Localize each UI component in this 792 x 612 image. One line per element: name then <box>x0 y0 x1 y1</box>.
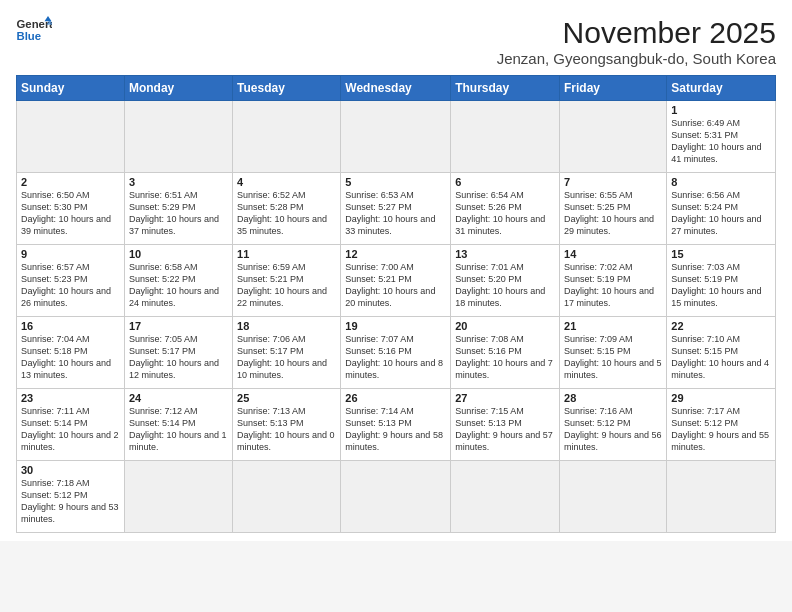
day-info: Sunrise: 7:12 AMSunset: 5:14 PMDaylight:… <box>129 406 227 452</box>
day-info: Sunrise: 6:53 AMSunset: 5:27 PMDaylight:… <box>345 190 435 236</box>
day-cell-29: 29Sunrise: 7:17 AMSunset: 5:12 PMDayligh… <box>667 389 776 461</box>
day-info: Sunrise: 7:15 AMSunset: 5:13 PMDaylight:… <box>455 406 553 452</box>
day-cell-15: 15Sunrise: 7:03 AMSunset: 5:19 PMDayligh… <box>667 245 776 317</box>
day-number: 23 <box>21 392 120 404</box>
day-number: 19 <box>345 320 446 332</box>
logo: General Blue <box>16 16 52 44</box>
day-cell-23: 23Sunrise: 7:11 AMSunset: 5:14 PMDayligh… <box>17 389 125 461</box>
week-row-1: 1Sunrise: 6:49 AMSunset: 5:31 PMDaylight… <box>17 101 776 173</box>
day-info: Sunrise: 7:07 AMSunset: 5:16 PMDaylight:… <box>345 334 443 380</box>
empty-cell <box>124 101 232 173</box>
day-info: Sunrise: 7:09 AMSunset: 5:15 PMDaylight:… <box>564 334 662 380</box>
week-row-2: 2Sunrise: 6:50 AMSunset: 5:30 PMDaylight… <box>17 173 776 245</box>
day-info: Sunrise: 6:51 AMSunset: 5:29 PMDaylight:… <box>129 190 219 236</box>
day-number: 30 <box>21 464 120 476</box>
day-cell-17: 17Sunrise: 7:05 AMSunset: 5:17 PMDayligh… <box>124 317 232 389</box>
empty-cell <box>341 101 451 173</box>
day-cell-20: 20Sunrise: 7:08 AMSunset: 5:16 PMDayligh… <box>451 317 560 389</box>
day-number: 11 <box>237 248 336 260</box>
header-tuesday: Tuesday <box>233 76 341 101</box>
day-info: Sunrise: 7:06 AMSunset: 5:17 PMDaylight:… <box>237 334 327 380</box>
day-number: 6 <box>455 176 555 188</box>
week-row-6: 30Sunrise: 7:18 AMSunset: 5:12 PMDayligh… <box>17 461 776 533</box>
day-number: 24 <box>129 392 228 404</box>
day-number: 9 <box>21 248 120 260</box>
day-info: Sunrise: 7:18 AMSunset: 5:12 PMDaylight:… <box>21 478 119 524</box>
day-number: 1 <box>671 104 771 116</box>
day-number: 26 <box>345 392 446 404</box>
day-number: 13 <box>455 248 555 260</box>
day-info: Sunrise: 6:57 AMSunset: 5:23 PMDaylight:… <box>21 262 111 308</box>
empty-cell <box>560 461 667 533</box>
header-monday: Monday <box>124 76 232 101</box>
day-cell-26: 26Sunrise: 7:14 AMSunset: 5:13 PMDayligh… <box>341 389 451 461</box>
day-info: Sunrise: 7:11 AMSunset: 5:14 PMDaylight:… <box>21 406 119 452</box>
day-number: 14 <box>564 248 662 260</box>
day-number: 25 <box>237 392 336 404</box>
day-cell-2: 2Sunrise: 6:50 AMSunset: 5:30 PMDaylight… <box>17 173 125 245</box>
empty-cell <box>233 461 341 533</box>
day-number: 29 <box>671 392 771 404</box>
empty-cell <box>451 461 560 533</box>
header-saturday: Saturday <box>667 76 776 101</box>
day-info: Sunrise: 6:54 AMSunset: 5:26 PMDaylight:… <box>455 190 545 236</box>
empty-cell <box>667 461 776 533</box>
day-info: Sunrise: 7:01 AMSunset: 5:20 PMDaylight:… <box>455 262 545 308</box>
day-cell-9: 9Sunrise: 6:57 AMSunset: 5:23 PMDaylight… <box>17 245 125 317</box>
header-thursday: Thursday <box>451 76 560 101</box>
day-info: Sunrise: 6:59 AMSunset: 5:21 PMDaylight:… <box>237 262 327 308</box>
generalblue-logo-icon: General Blue <box>16 16 52 44</box>
header: General Blue November 2025 Jenzan, Gyeon… <box>16 16 776 67</box>
day-info: Sunrise: 7:04 AMSunset: 5:18 PMDaylight:… <box>21 334 111 380</box>
week-row-4: 16Sunrise: 7:04 AMSunset: 5:18 PMDayligh… <box>17 317 776 389</box>
day-info: Sunrise: 6:52 AMSunset: 5:28 PMDaylight:… <box>237 190 327 236</box>
day-number: 17 <box>129 320 228 332</box>
day-info: Sunrise: 7:03 AMSunset: 5:19 PMDaylight:… <box>671 262 761 308</box>
day-cell-6: 6Sunrise: 6:54 AMSunset: 5:26 PMDaylight… <box>451 173 560 245</box>
day-info: Sunrise: 7:14 AMSunset: 5:13 PMDaylight:… <box>345 406 443 452</box>
day-cell-7: 7Sunrise: 6:55 AMSunset: 5:25 PMDaylight… <box>560 173 667 245</box>
day-info: Sunrise: 7:16 AMSunset: 5:12 PMDaylight:… <box>564 406 662 452</box>
day-number: 4 <box>237 176 336 188</box>
day-number: 27 <box>455 392 555 404</box>
weekday-header-row: Sunday Monday Tuesday Wednesday Thursday… <box>17 76 776 101</box>
day-info: Sunrise: 6:49 AMSunset: 5:31 PMDaylight:… <box>671 118 761 164</box>
day-number: 16 <box>21 320 120 332</box>
day-cell-21: 21Sunrise: 7:09 AMSunset: 5:15 PMDayligh… <box>560 317 667 389</box>
day-number: 2 <box>21 176 120 188</box>
empty-cell <box>451 101 560 173</box>
day-cell-3: 3Sunrise: 6:51 AMSunset: 5:29 PMDaylight… <box>124 173 232 245</box>
day-number: 20 <box>455 320 555 332</box>
day-cell-18: 18Sunrise: 7:06 AMSunset: 5:17 PMDayligh… <box>233 317 341 389</box>
svg-text:Blue: Blue <box>17 30 42 42</box>
header-wednesday: Wednesday <box>341 76 451 101</box>
day-number: 7 <box>564 176 662 188</box>
day-number: 5 <box>345 176 446 188</box>
empty-cell <box>341 461 451 533</box>
empty-cell <box>17 101 125 173</box>
day-cell-16: 16Sunrise: 7:04 AMSunset: 5:18 PMDayligh… <box>17 317 125 389</box>
month-title: November 2025 <box>497 16 776 50</box>
day-cell-4: 4Sunrise: 6:52 AMSunset: 5:28 PMDaylight… <box>233 173 341 245</box>
header-friday: Friday <box>560 76 667 101</box>
empty-cell <box>560 101 667 173</box>
day-number: 8 <box>671 176 771 188</box>
day-cell-25: 25Sunrise: 7:13 AMSunset: 5:13 PMDayligh… <box>233 389 341 461</box>
day-number: 21 <box>564 320 662 332</box>
empty-cell <box>124 461 232 533</box>
day-info: Sunrise: 7:17 AMSunset: 5:12 PMDaylight:… <box>671 406 769 452</box>
page: General Blue November 2025 Jenzan, Gyeon… <box>0 0 792 541</box>
day-cell-12: 12Sunrise: 7:00 AMSunset: 5:21 PMDayligh… <box>341 245 451 317</box>
day-cell-27: 27Sunrise: 7:15 AMSunset: 5:13 PMDayligh… <box>451 389 560 461</box>
week-row-3: 9Sunrise: 6:57 AMSunset: 5:23 PMDaylight… <box>17 245 776 317</box>
day-number: 3 <box>129 176 228 188</box>
day-info: Sunrise: 6:56 AMSunset: 5:24 PMDaylight:… <box>671 190 761 236</box>
day-info: Sunrise: 7:05 AMSunset: 5:17 PMDaylight:… <box>129 334 219 380</box>
day-cell-19: 19Sunrise: 7:07 AMSunset: 5:16 PMDayligh… <box>341 317 451 389</box>
day-cell-10: 10Sunrise: 6:58 AMSunset: 5:22 PMDayligh… <box>124 245 232 317</box>
day-info: Sunrise: 7:08 AMSunset: 5:16 PMDaylight:… <box>455 334 553 380</box>
day-cell-22: 22Sunrise: 7:10 AMSunset: 5:15 PMDayligh… <box>667 317 776 389</box>
day-info: Sunrise: 7:00 AMSunset: 5:21 PMDaylight:… <box>345 262 435 308</box>
day-cell-13: 13Sunrise: 7:01 AMSunset: 5:20 PMDayligh… <box>451 245 560 317</box>
day-number: 18 <box>237 320 336 332</box>
